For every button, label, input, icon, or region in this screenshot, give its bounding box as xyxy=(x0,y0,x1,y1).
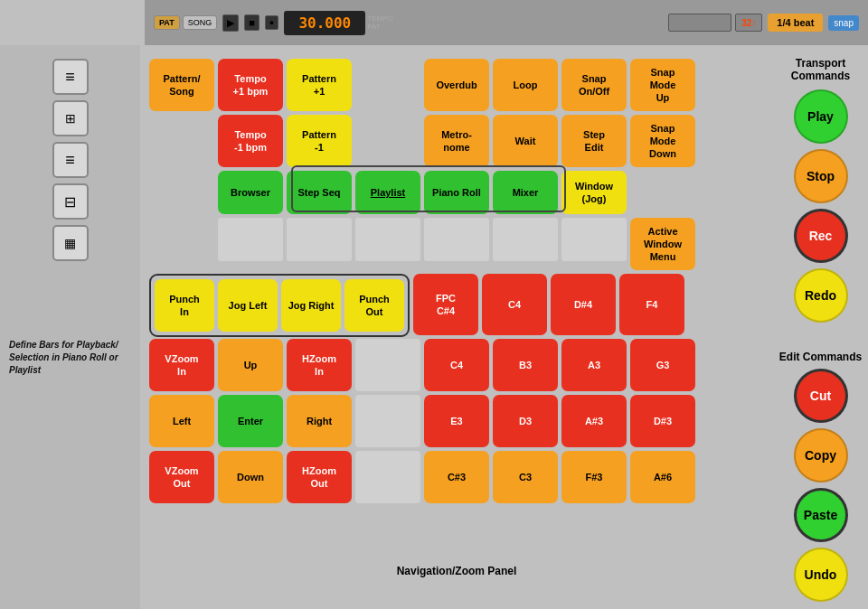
tempo-label-area: TEMPO PAT xyxy=(367,14,392,31)
punch-in-btn[interactable]: PunchIn xyxy=(155,279,214,332)
side-panel: ≡ ⊞ ≡ ⊟ ▦ Define Bars for Playback/ Sele… xyxy=(0,45,140,609)
tempo-plus-btn[interactable]: Tempo+1 bpm xyxy=(218,59,283,111)
pat-button[interactable]: PAT xyxy=(154,15,180,30)
nav-gap1 xyxy=(355,339,420,391)
snap-label[interactable]: snap xyxy=(828,15,859,31)
step-seq-btn[interactable]: Step Seq xyxy=(287,171,352,214)
song-button[interactable]: SONG xyxy=(183,15,218,30)
stop-circle-btn[interactable]: Stop xyxy=(794,149,848,203)
gap4g xyxy=(561,218,627,261)
play-button-top[interactable]: ▶ xyxy=(222,14,239,32)
snap-onoff-btn[interactable]: SnapOn/Off xyxy=(561,59,627,111)
snap-mode-up-btn[interactable]: SnapModeUp xyxy=(630,59,695,111)
enter-btn[interactable]: Enter xyxy=(218,395,283,447)
right-btn[interactable]: Right xyxy=(287,395,352,447)
playlist-btn[interactable]: Playlist xyxy=(355,171,420,214)
paste-circle-btn[interactable]: Paste xyxy=(794,488,848,542)
c4-btn-5[interactable]: C4 xyxy=(482,274,547,335)
piano-roll-btn[interactable]: Piano Roll xyxy=(424,171,489,214)
f4-btn[interactable]: F4 xyxy=(619,274,684,335)
fpc-btn[interactable]: FPCC#4 xyxy=(413,274,478,335)
side-btn-5[interactable]: ▦ xyxy=(52,225,89,261)
gap4b xyxy=(218,218,283,261)
g3-btn[interactable]: G3 xyxy=(630,339,695,391)
rec-button-top[interactable]: ● xyxy=(265,15,278,30)
side-btn-3[interactable]: ≡ xyxy=(52,142,89,178)
snap-mode-down-btn[interactable]: SnapModeDown xyxy=(630,115,695,167)
wav-display xyxy=(668,14,731,32)
f-sharp-3-btn[interactable]: F#3 xyxy=(561,451,627,503)
left-btn[interactable]: Left xyxy=(149,395,214,447)
vzoom-in-btn[interactable]: VZoomIn xyxy=(149,339,214,391)
c-sharp-3-btn[interactable]: C#3 xyxy=(424,451,489,503)
side-btn-1[interactable]: ≡ xyxy=(52,59,89,95)
gap4a xyxy=(149,218,214,261)
jog-left-btn[interactable]: Jog Left xyxy=(218,279,278,332)
cut-circle-btn[interactable]: Cut xyxy=(794,369,848,423)
play-circle-btn[interactable]: Play xyxy=(794,89,848,144)
pat-label: PAT xyxy=(367,23,392,31)
undo-circle-btn[interactable]: Undo xyxy=(794,548,848,602)
pattern-minus-btn[interactable]: Pattern-1 xyxy=(287,115,352,167)
gap4d xyxy=(355,218,420,261)
d-sharp-4-btn[interactable]: D#4 xyxy=(551,274,616,335)
wait-btn[interactable]: Wait xyxy=(493,115,558,167)
mixer-btn[interactable]: Mixer xyxy=(493,171,558,214)
count-value: 32↑ xyxy=(736,14,761,31)
side-btn-2[interactable]: ⊞ xyxy=(52,100,89,136)
hzoom-out-btn[interactable]: HZoomOut xyxy=(287,451,352,503)
transport-label: Transport Commands xyxy=(778,57,863,82)
d-sharp-3-btn[interactable]: D#3 xyxy=(630,395,695,447)
a3-btn[interactable]: A3 xyxy=(561,339,627,391)
side-btn-4[interactable]: ⊟ xyxy=(52,183,89,220)
loop-btn[interactable]: Loop xyxy=(493,59,558,111)
b3-btn[interactable]: B3 xyxy=(493,339,558,391)
redo-circle-btn[interactable]: Redo xyxy=(794,268,848,323)
row4: ActiveWindowMenu xyxy=(149,218,695,270)
d3-btn[interactable]: D3 xyxy=(493,395,558,447)
c4-btn-6[interactable]: C4 xyxy=(424,339,489,391)
row8: VZoomOut Down HZoomOut C#3 C3 F#3 A#6 xyxy=(149,451,695,503)
beat-label[interactable]: 1/4 beat xyxy=(768,14,823,32)
rec-circle-btn[interactable]: Rec xyxy=(794,209,848,263)
row5: PunchIn Jog Left Jog Right PunchOut FPCC… xyxy=(149,274,684,337)
metronome-btn[interactable]: Metro-nome xyxy=(424,115,489,167)
gap2a xyxy=(149,115,214,167)
count-display: 32↑ xyxy=(735,14,762,32)
row2: Tempo-1 bpm Pattern-1 Metro-nome Wait St… xyxy=(149,115,695,167)
a-sharp-3-btn[interactable]: A#3 xyxy=(561,395,627,447)
main-grid: Pattern/Song Tempo+1 bpm Pattern+1 Overd… xyxy=(140,50,773,582)
pattern-song-btn[interactable]: Pattern/Song xyxy=(149,59,214,111)
song-mode-buttons: PAT SONG xyxy=(154,15,217,30)
pattern-plus-btn[interactable]: Pattern+1 xyxy=(287,59,352,111)
copy-circle-btn[interactable]: Copy xyxy=(794,428,848,483)
top-transport-bar: PAT SONG ▶ ■ ● 30.000 TEMPO PAT 32↑ 1/4 … xyxy=(145,0,868,45)
row3: Browser Step Seq Playlist Piano Roll Mix… xyxy=(149,171,695,214)
nav-gap2 xyxy=(355,395,420,447)
down-btn[interactable]: Down xyxy=(218,451,283,503)
right-controls: 32↑ xyxy=(668,14,762,32)
c3-btn[interactable]: C3 xyxy=(493,451,558,503)
tempo-minus-btn[interactable]: Tempo-1 bpm xyxy=(218,115,283,167)
hzoom-in-btn[interactable]: HZoomIn xyxy=(287,339,352,391)
jog-right-btn[interactable]: Jog Right xyxy=(281,279,341,332)
up-btn[interactable]: Up xyxy=(218,339,283,391)
active-window-menu-btn[interactable]: ActiveWindowMenu xyxy=(630,218,695,270)
tempo-label: TEMPO xyxy=(367,14,392,23)
overdub-btn[interactable]: Overdub xyxy=(424,59,489,111)
row6: VZoomIn Up HZoomIn C4 B3 A3 G3 xyxy=(149,339,695,391)
window-jog-btn[interactable]: Window(Jog) xyxy=(561,171,627,214)
stop-button-top[interactable]: ■ xyxy=(244,14,259,31)
nav-gap3 xyxy=(355,451,420,503)
gap3b xyxy=(630,171,695,214)
step-edit-btn[interactable]: StepEdit xyxy=(561,115,627,167)
edit-label: Edit Commands xyxy=(779,351,862,363)
browser-btn[interactable]: Browser xyxy=(218,171,283,214)
vzoom-out-btn[interactable]: VZoomOut xyxy=(149,451,214,503)
e3-btn[interactable]: E3 xyxy=(424,395,489,447)
gap4c xyxy=(287,218,352,261)
gap4e xyxy=(424,218,489,261)
row1: Pattern/Song Tempo+1 bpm Pattern+1 Overd… xyxy=(149,59,695,111)
a-sharp-6-btn[interactable]: A#6 xyxy=(630,451,695,503)
punch-out-btn[interactable]: PunchOut xyxy=(344,279,404,332)
